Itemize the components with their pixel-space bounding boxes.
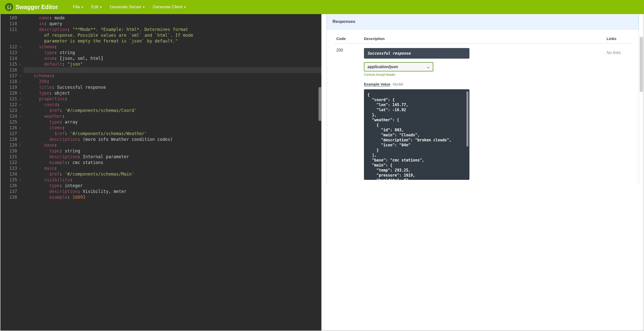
tab-example-value[interactable]: Example Value [364,82,390,86]
split-container: 109110111 112113114115116117118119120121… [0,14,644,331]
logo: {..} Swagger Editor [5,3,58,11]
menu-edit[interactable]: Edit▼ [91,5,102,10]
doc-pane[interactable]: Responses Code Description Links 200 Suc… [322,14,643,330]
editor-gutter: 109110111 112113114115116117118119120121… [1,14,19,330]
tab-model[interactable]: Model [393,82,403,86]
col-header-links: Links [607,36,629,41]
caret-down-icon: ▼ [184,6,186,9]
example-model-tabs: Example Value Model [364,82,607,86]
media-type-help: Controls Accept header. [364,73,607,76]
swagger-logo-icon: {..} [5,3,13,11]
col-header-description: Description [364,36,607,41]
doc-scrollbar[interactable] [640,14,643,330]
media-type-select[interactable]: application/json ⌄ [364,62,433,71]
chevron-down-icon: ⌄ [427,65,430,69]
responses-heading: Responses [333,19,633,24]
doc-scrollbar-thumb[interactable] [640,37,643,92]
col-header-code: Code [336,36,364,41]
caret-down-icon: ▼ [81,6,84,9]
editor-pane[interactable]: 109110111 112113114115116117118119120121… [1,14,322,330]
response-row-200: 200 Successful response application/json… [334,44,631,180]
media-type-value: application/json [367,65,398,69]
response-description-box: Successful response [364,48,469,59]
editor-code[interactable]: name: mode in: query description: "**Mod… [19,14,322,330]
caret-down-icon: ▼ [142,6,145,9]
caret-down-icon: ▼ [99,6,102,9]
responses-table-header: Code Description Links [334,29,631,44]
menu-generate-server[interactable]: Generate Server▼ [110,5,145,10]
example-value-json[interactable]: { "coord": { "lon": 145.77, "lat": -16.9… [364,89,469,180]
topbar: {..} Swagger Editor File▼ Edit▼ Generate… [0,0,644,14]
response-description-cell: Successful response application/json ⌄ C… [364,48,607,180]
menus: File▼ Edit▼ Generate Server▼ Generate Cl… [73,5,186,10]
menu-generate-client[interactable]: Generate Client▼ [153,5,186,10]
responses-section-header: Responses [327,14,639,29]
response-links: No links [607,48,629,55]
example-scrollbar-thumb[interactable] [466,91,468,147]
menu-file[interactable]: File▼ [73,5,84,10]
response-code: 200 [336,48,364,53]
app-title: Swagger Editor [16,4,58,11]
